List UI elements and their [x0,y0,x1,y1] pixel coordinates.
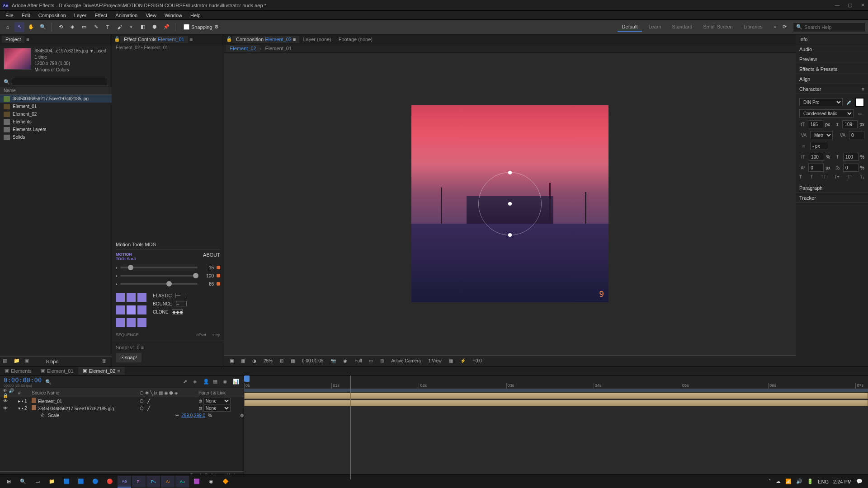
app-icon-2[interactable]: 🟦 [74,476,88,488]
graph-editor-icon[interactable]: 📊 [233,379,240,386]
timecode-display[interactable]: 0:00:01:05 [300,357,325,364]
effect-controls-tab[interactable]: Effect Controls Element_01 [120,36,188,43]
clock[interactable]: 2:24 PM [833,479,852,484]
time-ruler[interactable]: 0s 01s 02s 03s 04s 05s 06s 07s [244,375,868,389]
app-icon-4[interactable]: 🔶 [219,476,232,488]
project-menu-icon[interactable]: ≡ [26,37,29,42]
project-item[interactable]: 38450046856217.5cee197c62185.jpg [0,95,112,103]
roi-icon[interactable]: ▭ [367,357,375,364]
col-source-name[interactable]: Source Name [32,390,140,395]
shy-icon[interactable]: 👤 [203,379,210,386]
project-thumbnail[interactable] [4,48,31,70]
timeline-tab-elements[interactable]: ▣ Elements [0,367,36,375]
chrome-instance-icon[interactable]: ◉ [204,476,218,488]
hscale-input[interactable] [843,153,859,161]
mt-key-1[interactable] [217,266,220,269]
mt-slider-1[interactable] [120,267,198,268]
parent-select-2[interactable]: None [203,405,231,412]
font-style-select[interactable]: Condensed Italic [799,109,854,117]
volume-icon[interactable]: 🔊 [796,479,802,484]
project-search-input[interactable] [12,78,108,86]
taskbar-search-icon[interactable]: 🔍 [16,476,30,488]
roto-tool[interactable]: ⬢ [150,22,160,32]
mt-prev-icon[interactable]: ‹ [116,281,118,286]
workspace-more[interactable]: » [769,23,781,32]
orbit-tool[interactable]: ⟲ [56,22,66,32]
menu-view[interactable]: View [142,12,160,19]
subscript-button[interactable]: T₁ [860,174,864,179]
mt-prev-icon[interactable]: ‹ [116,265,118,270]
eraser-tool[interactable]: ◧ [138,22,148,32]
new-comp-icon[interactable]: ▣ [24,358,32,365]
snapping-options[interactable]: ⚙ [214,24,219,30]
paragraph-panel-header[interactable]: Paragraph [796,183,868,193]
fx-menu-icon[interactable]: ≡ [190,37,193,42]
stroke-width[interactable] [810,142,828,150]
timeline-tab-element02[interactable]: ▣ Element_02 ≡ [78,367,125,375]
project-tab[interactable]: Project [2,36,24,43]
preview-panel-header[interactable]: Preview [796,54,868,64]
menu-layer[interactable]: Layer [71,12,90,19]
superscript-button[interactable]: T¹ [848,174,852,179]
playhead[interactable] [350,375,351,479]
workspace-default[interactable]: Default [618,23,642,32]
comp-breadcrumb-2[interactable]: Element_01 [261,45,295,52]
start-button[interactable]: ⊞ [2,476,15,488]
res-half-icon[interactable]: ⊞ [278,357,285,364]
project-item[interactable]: Element_01 [0,103,112,110]
audio-panel-header[interactable]: Audio [796,44,868,54]
menu-edit[interactable]: Edit [18,12,34,19]
snap-button[interactable]: ☉snap! [116,353,142,362]
pixel-ar-icon[interactable]: ▦ [447,357,455,364]
menu-composition[interactable]: Composition [35,12,70,19]
camera-dropdown[interactable]: Active Camera [389,357,423,364]
preset-clone[interactable]: CLONE [153,310,168,314]
channel-icon[interactable]: ◉ [341,357,349,364]
hand-tool[interactable]: ✋ [26,22,36,32]
align-panel-header[interactable]: Align [796,74,868,84]
workspace-libraries[interactable]: Libraries [739,23,767,32]
pen-tool[interactable]: ✎ [91,22,101,32]
timeline-tab-element01[interactable]: ▣ Element_01 [36,367,78,375]
mt-slider-2[interactable] [120,275,198,277]
premiere-taskbar-icon[interactable]: Pr [132,476,146,488]
scale-value[interactable]: 299.0,299.0 [181,413,205,418]
mt-anchor-tc[interactable] [127,293,136,302]
anchor-point-overlay[interactable] [478,172,542,235]
stopwatch-icon[interactable]: ⏱ [41,413,45,418]
faux-bold-button[interactable]: T [799,174,802,179]
tracker-panel-header[interactable]: Tracker [796,193,868,203]
mt-slider-3[interactable] [120,283,198,285]
photoshop-taskbar-icon[interactable]: Ps [146,476,160,488]
faux-italic-button[interactable]: T [810,174,813,179]
rect-tool[interactable]: ▭ [79,22,89,32]
mt-key-3[interactable] [217,282,220,286]
bpc-label[interactable]: 8 bpc [46,359,58,364]
app-icon-3[interactable]: 🟪 [190,476,203,488]
mt-anchor-br[interactable] [137,318,146,327]
new-folder-icon[interactable]: 📁 [14,358,21,365]
footage-tab[interactable]: Footage (none) [335,36,376,43]
explorer-icon[interactable]: 📁 [45,476,59,488]
cloud-sync-icon[interactable]: ☁ [776,479,781,484]
tsume-input[interactable] [843,164,859,172]
workspace-small[interactable]: Small Screen [698,23,737,32]
project-item[interactable]: Elements [0,118,112,126]
snapping-checkbox[interactable] [184,24,189,30]
zoom-tool[interactable]: 🔍 [38,22,48,32]
eyedropper-icon[interactable]: 💉 [844,100,854,105]
app-icon-1[interactable]: 🟦 [60,476,73,488]
mt-anchor-tr[interactable] [137,293,146,302]
menu-effect[interactable]: Effect [91,12,111,19]
preset-elastic[interactable]: ELASTIC [153,293,172,298]
project-item[interactable]: Elements Layers [0,126,112,133]
info-panel-header[interactable]: Info [796,34,868,44]
menu-window[interactable]: Window [161,12,186,19]
clone-tool[interactable]: ⌖ [126,22,136,32]
snapshot-icon[interactable]: 📷 [329,357,338,364]
character-panel-header[interactable]: Character≡ [796,84,868,94]
edge-icon[interactable]: 🔵 [89,476,102,488]
wifi-icon[interactable]: 📶 [785,479,792,484]
font-size-input[interactable] [808,120,823,128]
parent-select-1[interactable]: None [203,398,231,404]
